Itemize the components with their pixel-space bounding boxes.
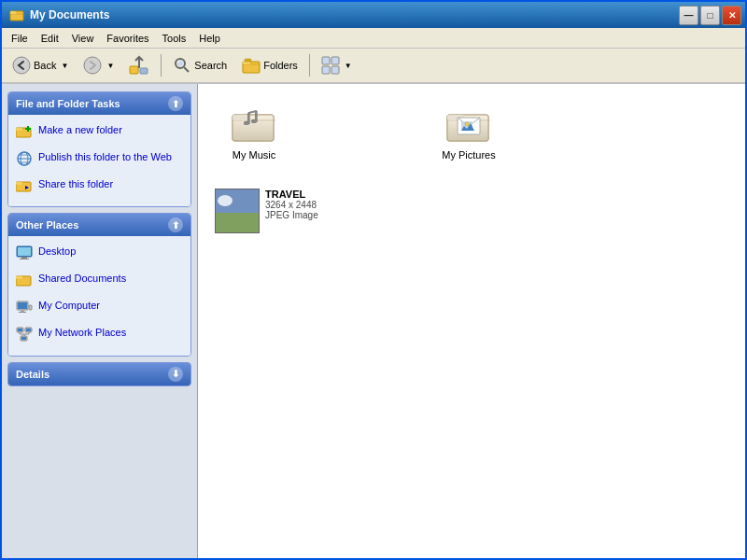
publish-folder-label: Publish this folder to the Web bbox=[38, 150, 172, 163]
title-controls: — □ ✕ bbox=[679, 6, 741, 25]
other-places-content: Desktop Shared Documents bbox=[8, 236, 190, 355]
close-button[interactable]: ✕ bbox=[722, 6, 741, 25]
file-grid: My Music bbox=[207, 93, 736, 241]
desktop-link[interactable]: Desktop bbox=[12, 242, 187, 269]
share-folder-label: Share this folder bbox=[38, 177, 113, 190]
svg-rect-30 bbox=[21, 257, 27, 259]
back-dropdown-icon: ▼ bbox=[61, 62, 68, 70]
my-pictures-label: My Pictures bbox=[442, 149, 495, 161]
desktop-label: Desktop bbox=[38, 245, 76, 258]
folders-button[interactable]: Folders bbox=[235, 51, 304, 79]
other-places-label: Other Places bbox=[16, 219, 78, 231]
views-dropdown-icon: ▼ bbox=[345, 62, 352, 70]
toolbar-separator-2 bbox=[309, 54, 310, 77]
publish-folder-link[interactable]: Publish this folder to the Web bbox=[12, 147, 187, 175]
svg-rect-51 bbox=[233, 115, 249, 120]
file-folder-tasks-toggle[interactable]: ⬆ bbox=[168, 96, 183, 111]
svg-rect-38 bbox=[29, 305, 32, 310]
publish-icon bbox=[16, 151, 33, 172]
svg-line-7 bbox=[184, 67, 189, 72]
shared-documents-label: Shared Documents bbox=[38, 272, 126, 285]
menu-file[interactable]: File bbox=[6, 31, 34, 46]
my-computer-label: My Computer bbox=[38, 299, 100, 312]
other-places-header[interactable]: Other Places ⬆ bbox=[8, 214, 190, 236]
window-icon bbox=[9, 7, 24, 22]
travel-filename: TRAVEL bbox=[265, 189, 318, 200]
search-button[interactable]: Search bbox=[166, 51, 233, 79]
svg-rect-37 bbox=[19, 312, 26, 313]
details-toggle[interactable]: ⬇ bbox=[168, 367, 183, 382]
shared-documents-link[interactable]: Shared Documents bbox=[12, 269, 187, 296]
svg-rect-31 bbox=[20, 259, 29, 259]
svg-point-62 bbox=[465, 122, 469, 126]
views-button[interactable]: ▼ bbox=[315, 51, 359, 79]
share-folder-link[interactable]: Share this folder bbox=[12, 175, 187, 202]
travel-filetype: JPEG Image bbox=[265, 210, 318, 220]
other-places-panel: Other Places ⬆ Desktop bbox=[7, 213, 191, 356]
svg-rect-13 bbox=[322, 57, 330, 64]
svg-rect-29 bbox=[18, 247, 31, 256]
up-icon bbox=[129, 55, 149, 76]
details-panel: Details ⬇ bbox=[7, 362, 191, 386]
new-folder-icon bbox=[16, 124, 33, 145]
svg-rect-44 bbox=[21, 337, 26, 340]
svg-rect-40 bbox=[18, 329, 22, 331]
share-icon bbox=[16, 178, 33, 199]
back-button[interactable]: Back ▼ bbox=[6, 51, 75, 79]
forward-button[interactable]: ▼ bbox=[77, 51, 120, 79]
up-button[interactable] bbox=[122, 51, 156, 79]
make-new-folder-link[interactable]: Make a new folder bbox=[12, 120, 187, 147]
menu-tools[interactable]: Tools bbox=[157, 31, 192, 46]
svg-rect-5 bbox=[140, 68, 148, 74]
svg-point-9 bbox=[177, 61, 179, 63]
file-folder-tasks-label: File and Folder Tasks bbox=[16, 98, 120, 109]
svg-rect-15 bbox=[322, 66, 330, 74]
menu-bar: File Edit View Favorites Tools Help bbox=[2, 28, 745, 49]
menu-view[interactable]: View bbox=[66, 31, 100, 46]
title-bar: My Documents — □ ✕ bbox=[2, 2, 745, 28]
menu-help[interactable]: Help bbox=[193, 31, 226, 46]
my-computer-link[interactable]: My Computer bbox=[12, 296, 187, 323]
details-header[interactable]: Details ⬇ bbox=[8, 363, 190, 385]
back-icon bbox=[12, 56, 31, 75]
svg-point-66 bbox=[218, 195, 233, 206]
svg-point-52 bbox=[244, 121, 249, 125]
menu-edit[interactable]: Edit bbox=[35, 31, 64, 46]
svg-rect-4 bbox=[130, 66, 138, 74]
svg-point-3 bbox=[84, 57, 101, 74]
shared-docs-icon bbox=[16, 273, 33, 293]
window-title: My Documents bbox=[30, 8, 109, 21]
svg-rect-1 bbox=[10, 11, 16, 14]
menu-favorites[interactable]: Favorites bbox=[101, 31, 154, 46]
svg-rect-27 bbox=[16, 182, 22, 185]
svg-point-53 bbox=[251, 119, 257, 123]
network-places-label: My Network Places bbox=[38, 326, 126, 339]
back-label: Back bbox=[34, 60, 56, 71]
title-bar-left: My Documents bbox=[9, 7, 109, 22]
file-folder-tasks-header[interactable]: File and Folder Tasks ⬆ bbox=[8, 92, 190, 115]
network-icon bbox=[16, 327, 33, 347]
main-layout: File and Folder Tasks ⬆ M bbox=[2, 84, 745, 558]
svg-rect-65 bbox=[216, 213, 259, 232]
svg-rect-14 bbox=[331, 57, 339, 64]
file-folder-tasks-content: Make a new folder Publish bbox=[8, 115, 190, 206]
my-network-places-link[interactable]: My Network Places bbox=[12, 323, 187, 350]
file-folder-tasks-panel: File and Folder Tasks ⬆ M bbox=[7, 91, 191, 207]
make-new-folder-label: Make a new folder bbox=[38, 123, 122, 136]
my-music-icon bbox=[232, 101, 276, 146]
my-music-item[interactable]: My Music bbox=[207, 93, 301, 168]
svg-rect-36 bbox=[21, 310, 24, 312]
sidebar: File and Folder Tasks ⬆ M bbox=[2, 84, 198, 558]
my-pictures-item[interactable]: My Pictures bbox=[422, 93, 515, 168]
desktop-icon bbox=[16, 245, 33, 266]
maximize-button[interactable]: □ bbox=[700, 6, 720, 25]
travel-file-item[interactable]: TRAVEL 3264 x 2448 JPEG Image bbox=[207, 181, 326, 241]
minimize-button[interactable]: — bbox=[679, 6, 698, 25]
other-places-toggle[interactable]: ⬆ bbox=[168, 217, 183, 232]
svg-point-2 bbox=[13, 57, 30, 74]
folders-label: Folders bbox=[263, 60, 298, 71]
explorer-window: My Documents — □ ✕ File Edit View Favori… bbox=[0, 0, 747, 560]
folders-icon bbox=[242, 56, 261, 75]
svg-rect-18 bbox=[16, 128, 22, 131]
search-icon bbox=[173, 56, 191, 75]
